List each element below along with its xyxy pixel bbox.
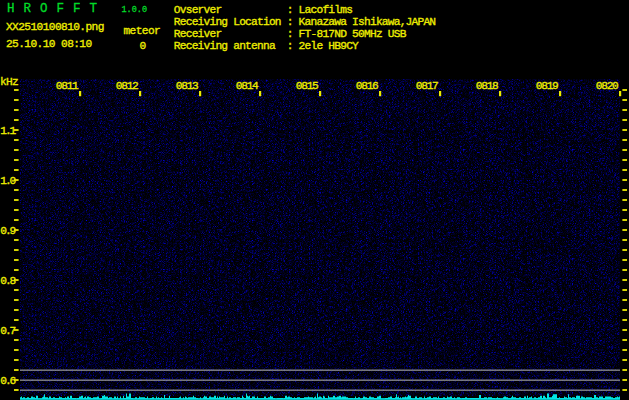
svg-text:H R O F F T: H R O F F T [7, 2, 98, 16]
svg-text:0.9: 0.9 [0, 225, 15, 237]
svg-text:0813: 0813 [176, 80, 198, 92]
svg-text:0.8: 0.8 [0, 275, 15, 287]
svg-text:25.10.10 08:10: 25.10.10 08:10 [6, 38, 92, 50]
svg-text:0818: 0818 [476, 80, 498, 92]
svg-text:0811: 0811 [56, 80, 79, 92]
svg-text:1.1: 1.1 [0, 125, 16, 137]
svg-text:0.6: 0.6 [0, 375, 15, 387]
svg-text:1.0.0: 1.0.0 [122, 5, 148, 15]
svg-text:Receiver : FT-817ND: Receiver : FT-817ND 50MHz USB [174, 28, 407, 40]
svg-text:Receiving Location : Kanazawa: Receiving Location : Kanazawa Ishikawa,J… [174, 16, 436, 28]
svg-text:Receiving antenna : 2ele HB9C: Receiving antenna : 2ele HB9CY [174, 40, 359, 52]
svg-text:0814: 0814 [236, 80, 259, 92]
svg-text:XX2510100810.png: XX2510100810.png [6, 21, 104, 33]
svg-text:0816: 0816 [356, 80, 378, 92]
svg-text:0815: 0815 [296, 80, 318, 92]
svg-text:0.7: 0.7 [0, 325, 15, 337]
svg-text:0: 0 [140, 40, 147, 52]
svg-text:0819: 0819 [536, 80, 558, 92]
svg-text:kHz: kHz [0, 76, 18, 88]
svg-text:0820: 0820 [596, 80, 619, 92]
svg-text:0812: 0812 [116, 80, 138, 92]
svg-text:0817: 0817 [416, 80, 438, 92]
svg-text:Ovserver : Lacofilms: Ovserver : Lacofilms [174, 4, 352, 16]
svg-text:1.0: 1.0 [0, 175, 16, 187]
svg-text:meteor: meteor [124, 25, 161, 37]
